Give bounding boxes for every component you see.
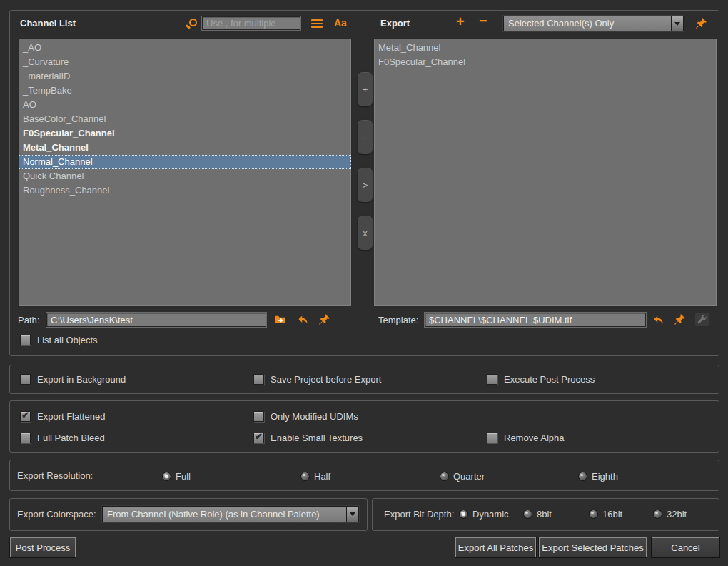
export-dialog: Channel List Aa _AO _Curvature _material… bbox=[0, 0, 728, 566]
path-input[interactable] bbox=[46, 313, 266, 327]
chevron-down-icon bbox=[346, 507, 358, 522]
post-process-button[interactable]: Post Process bbox=[10, 537, 76, 557]
export-remove-icon[interactable]: − bbox=[479, 13, 487, 29]
radio-label: Quarter bbox=[453, 471, 485, 482]
flatten-options-groupbox bbox=[9, 400, 719, 453]
checkbox-label: Save Project before Export bbox=[271, 374, 381, 385]
radio-label: 8bit bbox=[537, 509, 552, 520]
move-button[interactable]: > bbox=[358, 168, 373, 202]
export-pin-icon[interactable] bbox=[695, 17, 707, 29]
colorspace-select[interactable]: From Channel (Native Role) (as in Channe… bbox=[102, 506, 359, 522]
checkbox-label: Export in Background bbox=[37, 374, 126, 385]
path-undo-icon[interactable] bbox=[297, 314, 309, 326]
radio-label: 16bit bbox=[602, 509, 622, 520]
channel-list-item[interactable]: Quick Channel bbox=[19, 169, 351, 183]
checkbox-label: Full Patch Bleed bbox=[37, 433, 105, 443]
checkbox-label: Enable Small Textures bbox=[271, 433, 363, 443]
resolution-full-radio[interactable]: Full bbox=[162, 471, 191, 482]
checkbox-box bbox=[20, 335, 31, 345]
channel-list-item[interactable]: Metal_Channel bbox=[19, 141, 351, 155]
radio-circle bbox=[653, 510, 662, 519]
channel-list-item[interactable]: Normal_Channel bbox=[19, 155, 351, 169]
enable-small-textures-checkbox[interactable]: Enable Small Textures bbox=[253, 432, 363, 443]
remove-from-export-button[interactable]: - bbox=[358, 120, 373, 154]
radio-circle bbox=[459, 510, 468, 519]
checkbox-label: Execute Post Process bbox=[504, 374, 595, 385]
path-label: Path: bbox=[18, 315, 39, 325]
add-to-export-button[interactable]: + bbox=[358, 72, 373, 106]
resolution-eighth-radio[interactable]: Eighth bbox=[578, 471, 618, 482]
bit-depth-16bit-radio[interactable]: 16bit bbox=[589, 509, 622, 520]
template-label: Template: bbox=[378, 315, 418, 325]
bit-depth-dynamic-radio[interactable]: Dynamic bbox=[459, 509, 509, 520]
channel-list-item[interactable]: _Curvature bbox=[19, 55, 351, 69]
checkbox-box bbox=[20, 411, 31, 422]
only-modified-udims-checkbox[interactable]: Only Modified UDIMs bbox=[253, 410, 358, 422]
resolution-label: Export Resolution: bbox=[17, 470, 93, 481]
checkbox-box bbox=[253, 411, 264, 422]
colorspace-value: From Channel (Native Role) (as in Channe… bbox=[103, 507, 346, 522]
template-pin-icon[interactable] bbox=[674, 313, 686, 325]
radio-circle bbox=[300, 472, 310, 481]
colorspace-label: Export Colorspace: bbox=[17, 509, 96, 520]
list-all-objects-checkbox[interactable]: List all Objects bbox=[20, 334, 98, 345]
radio-label: 32bit bbox=[667, 509, 687, 520]
bit-depth-32bit-radio[interactable]: 32bit bbox=[653, 509, 687, 520]
cancel-button[interactable]: Cancel bbox=[652, 537, 719, 557]
resolution-quarter-radio[interactable]: Quarter bbox=[440, 471, 485, 482]
checkbox-label: Only Modified UDIMs bbox=[271, 411, 358, 422]
export-all-patches-button[interactable]: Export All Patches bbox=[455, 537, 536, 557]
export-mode-select[interactable]: Selected Channel(s) Only bbox=[503, 16, 684, 31]
bit-depth-label: Export Bit Depth: bbox=[384, 509, 454, 520]
channel-list-item[interactable]: _AO bbox=[19, 41, 351, 55]
radio-circle bbox=[578, 472, 587, 481]
channel-list-title: Channel List bbox=[20, 18, 76, 29]
radio-circle bbox=[440, 472, 449, 481]
save-project-before-export-checkbox[interactable]: Save Project before Export bbox=[253, 373, 381, 385]
channel-list-item[interactable]: F0Specular_Channel bbox=[19, 126, 351, 141]
channel-list-item[interactable]: AO bbox=[19, 98, 351, 112]
checkbox-box bbox=[487, 433, 497, 443]
template-wrench-icon[interactable] bbox=[695, 313, 709, 326]
case-sensitive-toggle[interactable]: Aa bbox=[334, 17, 347, 29]
channel-list-item[interactable]: Roughness_Channel bbox=[19, 183, 351, 198]
export-list: Metal_Channel F0Specular_Channel bbox=[373, 38, 717, 307]
export-flattened-checkbox[interactable]: Export Flattened bbox=[20, 410, 105, 422]
channel-list-item[interactable]: BaseColor_Channel bbox=[19, 112, 351, 126]
full-patch-bleed-checkbox[interactable]: Full Patch Bleed bbox=[20, 432, 105, 443]
clear-button[interactable]: x bbox=[358, 216, 373, 250]
export-title: Export bbox=[380, 18, 410, 29]
checkbox-box bbox=[20, 374, 31, 385]
template-input[interactable] bbox=[425, 313, 646, 327]
radio-label: Dynamic bbox=[472, 509, 509, 520]
template-undo-icon[interactable] bbox=[652, 314, 664, 326]
radio-circle bbox=[523, 510, 532, 519]
radio-label: Half bbox=[314, 471, 330, 482]
radio-label: Full bbox=[176, 471, 191, 482]
export-add-icon[interactable]: + bbox=[456, 14, 465, 30]
channel-list-item[interactable]: _materialID bbox=[19, 69, 351, 84]
export-mode-value: Selected Channel(s) Only bbox=[504, 16, 671, 31]
browse-export-path-icon[interactable] bbox=[274, 313, 286, 325]
checkbox-box bbox=[20, 433, 31, 443]
radio-label: Eighth bbox=[592, 471, 618, 482]
bit-depth-8bit-radio[interactable]: 8bit bbox=[523, 509, 552, 520]
export-list-item[interactable]: F0Specular_Channel bbox=[374, 55, 717, 69]
remove-alpha-checkbox[interactable]: Remove Alpha bbox=[487, 432, 565, 443]
chevron-down-icon bbox=[671, 16, 683, 31]
path-pin-icon[interactable] bbox=[318, 313, 330, 325]
channel-search-input[interactable] bbox=[202, 16, 300, 30]
checkbox-label: Export Flattened bbox=[37, 411, 105, 422]
filter-menu-icon[interactable] bbox=[311, 19, 323, 29]
channel-list-item[interactable]: _TempBake bbox=[19, 84, 351, 98]
execute-post-process-checkbox[interactable]: Execute Post Process bbox=[487, 373, 595, 385]
checkbox-label: Remove Alpha bbox=[504, 433, 565, 443]
search-icon bbox=[186, 19, 196, 29]
export-selected-patches-button[interactable]: Export Selected Patches bbox=[539, 537, 647, 557]
radio-circle bbox=[589, 510, 598, 519]
checkbox-box bbox=[253, 374, 264, 385]
export-in-background-checkbox[interactable]: Export in Background bbox=[20, 373, 126, 385]
export-list-item[interactable]: Metal_Channel bbox=[374, 41, 717, 55]
checkbox-box bbox=[487, 374, 497, 385]
resolution-half-radio[interactable]: Half bbox=[300, 471, 330, 482]
